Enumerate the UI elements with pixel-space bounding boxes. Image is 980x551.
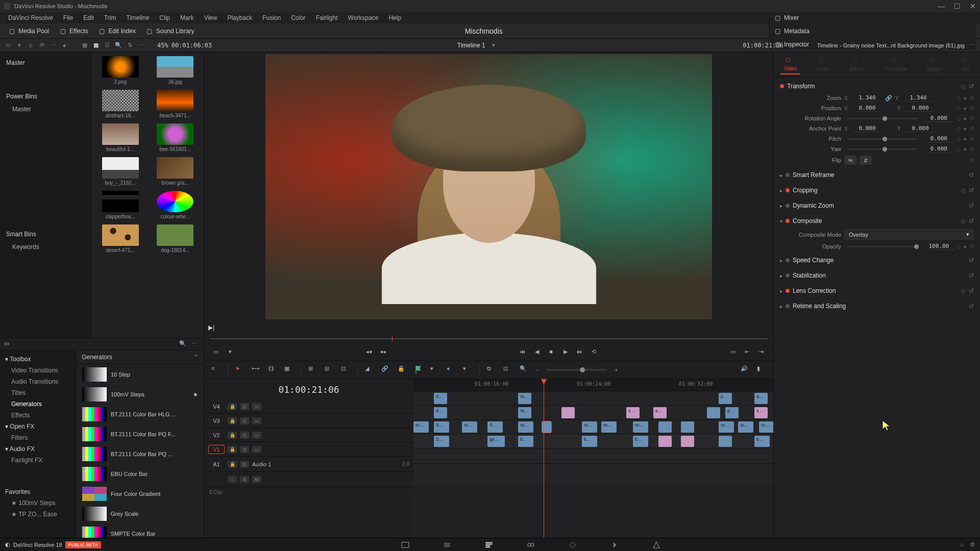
timeline-clip[interactable]: s... <box>653 407 667 418</box>
generator-item[interactable]: BT.2111 Color Bar HLG ... <box>79 405 202 424</box>
audiofx-fairlight[interactable]: Fairlight FX <box>0 455 77 466</box>
audio-lane-empty[interactable] <box>413 464 773 484</box>
media-thumb[interactable]: clapperboa... <box>96 191 145 219</box>
reset-icon[interactable]: ↺ <box>969 243 974 250</box>
timeline-clip[interactable] <box>658 421 672 433</box>
section-speed-change[interactable]: ▸Speed Change↺ <box>779 254 975 267</box>
selection-tool-icon[interactable]: ➤ <box>235 365 244 374</box>
maximize-button[interactable]: ☐ <box>954 2 961 10</box>
menu-help[interactable]: Help <box>383 14 406 21</box>
meter-icon[interactable]: ▮ <box>757 365 766 374</box>
go-out-icon[interactable]: ⇥ <box>757 347 766 356</box>
reset-icon[interactable]: ↺ <box>969 187 974 194</box>
composite-mode-select[interactable]: Overlay▾ <box>844 229 974 240</box>
media-pool-button[interactable]: ▢Media Pool <box>4 26 53 37</box>
track-name[interactable]: V4 <box>208 402 225 411</box>
menu-edit[interactable]: Edit <box>78 14 99 21</box>
menu-playback[interactable]: Playback <box>222 14 257 21</box>
reset-icon[interactable]: ↺ <box>969 272 974 279</box>
insert-icon[interactable]: ⊞ <box>308 365 317 374</box>
media-thumb[interactable]: 36.jpg <box>151 56 200 85</box>
timeline-clip[interactable]: gir... <box>487 436 505 447</box>
timeline-clip[interactable]: sc... <box>738 421 753 433</box>
flip-v-button[interactable]: ⇵ <box>860 156 872 165</box>
go-in-icon[interactable]: ⇤ <box>743 347 752 356</box>
dynamic-trim-icon[interactable]: ⟪⟫ <box>268 365 277 374</box>
zoom-detail-icon[interactable]: 🔍 <box>520 365 529 374</box>
kf-dot-icon[interactable]: ● <box>963 146 967 153</box>
media-thumb[interactable]: desert-471... <box>96 224 145 253</box>
keyframe-icon[interactable]: ◇ <box>957 105 961 112</box>
timeline-clip[interactable]: sc... <box>582 421 597 433</box>
playhead[interactable] <box>544 379 544 538</box>
timeline-clip[interactable]: b... <box>633 436 648 447</box>
edit-index-button[interactable]: ▢Edit Index <box>94 26 140 37</box>
replace-icon[interactable]: ⊡ <box>341 365 350 374</box>
snap-icon[interactable]: ⧉ <box>487 365 496 374</box>
power-bin-master[interactable]: Master <box>0 103 92 115</box>
effects-button[interactable]: ▢Effects <box>55 26 92 37</box>
kf-dot-icon[interactable]: ● <box>963 115 967 122</box>
timeline-canvas[interactable]: 01:00:16:0001:00:24:0001:00:32:0001:00:4… <box>413 379 773 538</box>
viewer-image[interactable] <box>265 54 712 319</box>
audio-lane-a1[interactable] <box>413 448 773 464</box>
track-head-v4[interactable]: V4🔒⊡▭ <box>204 399 413 414</box>
fx-tree-titles[interactable]: Titles <box>0 387 77 398</box>
color-page-icon[interactable] <box>567 540 578 549</box>
zoom-slider[interactable] <box>546 369 607 371</box>
media-thumb[interactable]: bee-561801... <box>151 123 200 152</box>
toolbox-header[interactable]: ▾ Toolbox <box>0 354 77 365</box>
close-button[interactable]: ✕ <box>970 2 976 10</box>
keyframe-icon[interactable]: ◇ <box>957 126 961 132</box>
bin-view-chevron[interactable]: ▾ <box>15 41 23 49</box>
generator-item[interactable]: 100mV Steps★ <box>79 385 202 404</box>
solo-icon[interactable]: ⊡ <box>240 461 249 468</box>
timeline-clip[interactable]: sc... <box>518 421 533 433</box>
timeline-clip[interactable]: sc... <box>633 421 648 433</box>
reset-icon[interactable]: ↺ <box>969 257 974 264</box>
overwrite-icon[interactable]: ⊟ <box>325 365 334 374</box>
opacity-slider[interactable] <box>847 246 918 247</box>
timeline-clip[interactable]: S... <box>487 421 503 433</box>
media-page-icon[interactable] <box>400 540 411 549</box>
timeline-clip[interactable]: ra... <box>518 407 531 418</box>
timeline-clip[interactable]: S... <box>434 436 449 447</box>
link-icon[interactable]: 🔗 <box>381 365 390 374</box>
fx-more-icon[interactable]: ⋯ <box>191 340 200 348</box>
menu-workspace[interactable]: Workspace <box>343 14 384 21</box>
inspector-tab-effects[interactable]: ▢Effects <box>846 55 868 74</box>
pitch-value[interactable]: 0.000 <box>924 135 953 142</box>
lock-icon[interactable]: 🔒 <box>228 446 237 453</box>
retime-icon[interactable]: ◢ <box>365 365 374 374</box>
timeline-clip[interactable] <box>658 436 672 447</box>
reset-icon[interactable]: ↺ <box>969 171 974 179</box>
generator-item[interactable]: Grey Scale <box>79 504 202 523</box>
metadata-button[interactable]: ▢Metadata <box>770 26 976 37</box>
openfx-header[interactable]: ▾ Open FX <box>0 421 77 432</box>
kf-dot-icon[interactable]: ● <box>963 136 967 142</box>
auto-select-icon[interactable]: ⊡ <box>240 417 249 424</box>
import-icon[interactable]: ⎋ <box>27 41 35 49</box>
lock-icon[interactable]: 🔒 <box>228 432 237 439</box>
track-name[interactable]: V1 <box>208 445 225 454</box>
menu-file[interactable]: File <box>58 14 78 21</box>
zoom-y-value[interactable]: 1.340 <box>903 94 933 102</box>
inout-icon[interactable]: ▭ <box>211 347 220 356</box>
reset-icon[interactable]: ↺ <box>969 115 974 122</box>
keyframe-icon[interactable]: ◇ <box>961 217 966 224</box>
first-frame-icon[interactable]: ⏮ <box>518 347 527 356</box>
lock-icon[interactable]: 🔒 <box>228 461 237 468</box>
track-head-v2[interactable]: V2🔒⊡▭ <box>204 428 413 442</box>
timeline-view-icon[interactable]: ≡ <box>211 365 220 374</box>
anchor-y-value[interactable]: 0.000 <box>905 125 935 132</box>
menu-fusion[interactable]: Fusion <box>257 14 286 21</box>
generator-item[interactable]: BT.2111 Color Bar PQ ... <box>79 444 202 464</box>
reset-icon[interactable]: ↺ <box>969 126 974 132</box>
lock-icon[interactable]: 🔒 <box>228 417 237 424</box>
reset-icon[interactable]: ↺ <box>969 146 974 153</box>
solo-button[interactable]: S <box>240 476 249 483</box>
section-retime-and-scaling[interactable]: ▸Retime and Scaling↺ <box>779 299 975 313</box>
fx-search-icon[interactable]: 🔍 <box>179 340 187 348</box>
sort-icon[interactable]: ⇅ <box>126 41 134 49</box>
keyframe-icon[interactable]: ◇ <box>961 287 966 294</box>
